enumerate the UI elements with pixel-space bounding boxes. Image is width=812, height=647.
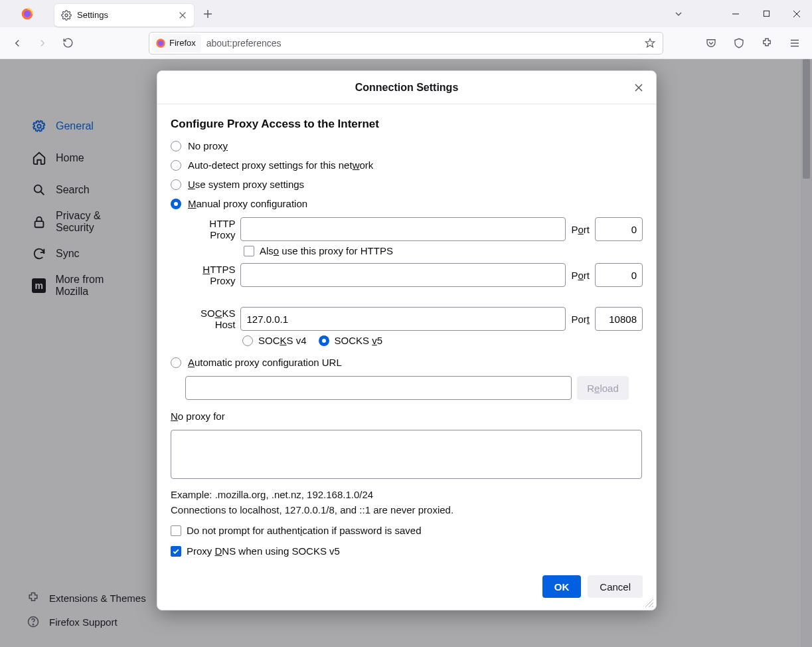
dialog-header: Connection Settings xyxy=(157,71,656,104)
https-proxy-input[interactable] xyxy=(240,263,566,287)
also-use-https-checkbox[interactable]: Also use this proxy for HTTPS xyxy=(244,245,643,256)
checkbox-icon xyxy=(171,546,181,557)
shield-icon[interactable] xyxy=(728,33,750,54)
dialog-title: Connection Settings xyxy=(355,82,459,94)
https-port-label: Port xyxy=(571,270,590,281)
socks-port-label: Port xyxy=(571,314,590,325)
http-proxy-label: HTTP Proxy xyxy=(185,218,235,240)
connection-settings-dialog: Connection Settings Configure Proxy Acce… xyxy=(157,70,657,610)
radio-socks-v5[interactable]: SOCKS v5 xyxy=(319,335,383,346)
radio-label: No proxy xyxy=(188,140,228,151)
identity-text: Firefox xyxy=(169,38,196,48)
radio-socks-v4[interactable]: SOCKS v4 xyxy=(242,335,307,346)
firefox-logo xyxy=(0,0,54,27)
socks-host-label: SOCKS Host xyxy=(185,308,235,330)
radio-system-proxy[interactable]: Use system proxy settings xyxy=(171,179,643,190)
close-icon[interactable] xyxy=(178,11,187,20)
close-icon[interactable] xyxy=(631,80,647,96)
radio-label: Automatic proxy configuration URL xyxy=(188,357,342,368)
extensions-icon[interactable] xyxy=(756,33,777,54)
menu-icon[interactable] xyxy=(784,33,805,54)
pac-url-input[interactable] xyxy=(185,376,572,400)
dialog-footer: OK Cancel xyxy=(157,566,656,610)
radio-label: Manual proxy configuration xyxy=(188,198,307,209)
socks-host-input[interactable] xyxy=(240,307,566,331)
radio-icon xyxy=(171,357,181,368)
window-minimize-button[interactable] xyxy=(720,0,751,27)
https-proxy-row: HTTPS Proxy Port xyxy=(185,263,643,287)
checkbox-label: Do not prompt for authentication if pass… xyxy=(187,525,422,536)
checkbox-icon xyxy=(171,525,181,536)
checkbox-icon xyxy=(244,246,254,256)
svg-rect-3 xyxy=(764,11,769,16)
window-maximize-button[interactable] xyxy=(751,0,781,27)
radio-label: Auto-detect proxy settings for this netw… xyxy=(188,159,373,171)
radio-auto-detect[interactable]: Auto-detect proxy settings for this netw… xyxy=(171,159,643,171)
radio-label: Use system proxy settings xyxy=(188,179,304,190)
radio-icon xyxy=(171,199,181,209)
resize-grip-icon[interactable] xyxy=(645,599,654,608)
url-text: about:preferences xyxy=(206,38,282,48)
bookmark-star-icon[interactable] xyxy=(644,37,656,49)
socks-host-row: SOCKS Host Port xyxy=(185,307,643,331)
radio-icon xyxy=(171,141,181,151)
new-tab-button[interactable] xyxy=(198,4,218,24)
no-proxy-for-textarea[interactable] xyxy=(171,430,642,479)
checkbox-label: Also use this proxy for HTTPS xyxy=(260,245,393,256)
forward-button[interactable] xyxy=(32,33,53,54)
reload-pac-button[interactable]: Reload xyxy=(577,376,629,400)
no-prompt-checkbox[interactable]: Do not prompt for authentication if pass… xyxy=(171,525,643,536)
http-port-input[interactable] xyxy=(595,217,643,241)
pocket-icon[interactable] xyxy=(700,33,722,54)
radio-icon xyxy=(171,160,181,171)
radio-label: SOCKS v5 xyxy=(335,335,383,346)
chevron-down-icon[interactable] xyxy=(663,0,694,27)
window-titlebar: Settings xyxy=(0,0,812,27)
radio-auto-config-url[interactable]: Automatic proxy configuration URL xyxy=(171,357,643,368)
tab-title: Settings xyxy=(77,10,173,20)
url-bar[interactable]: Firefox about:preferences xyxy=(149,32,663,54)
svg-point-2 xyxy=(65,14,68,17)
identity-box[interactable]: Firefox xyxy=(152,34,201,52)
reload-button[interactable] xyxy=(57,33,78,54)
example-text: Example: .mozilla.org, .net.nz, 192.168.… xyxy=(171,489,643,500)
http-proxy-row: HTTP Proxy Port xyxy=(185,217,643,241)
localhost-note: Connections to localhost, 127.0.0.1/8, a… xyxy=(171,504,643,515)
dialog-heading: Configure Proxy Access to the Internet xyxy=(171,118,643,131)
http-proxy-input[interactable] xyxy=(240,217,566,241)
checkbox-label: Proxy DNS when using SOCKS v5 xyxy=(187,545,340,557)
radio-no-proxy[interactable]: No proxy xyxy=(171,140,643,151)
radio-icon xyxy=(171,179,181,190)
back-button[interactable] xyxy=(7,33,28,54)
svg-point-5 xyxy=(158,41,163,46)
socks-port-input[interactable] xyxy=(595,307,643,331)
cancel-button[interactable]: Cancel xyxy=(588,575,643,598)
svg-point-1 xyxy=(24,11,31,17)
window-close-button[interactable] xyxy=(781,0,812,27)
radio-icon xyxy=(319,335,329,346)
ok-button[interactable]: OK xyxy=(542,575,582,598)
proxy-dns-checkbox[interactable]: Proxy DNS when using SOCKS v5 xyxy=(171,545,643,557)
https-port-input[interactable] xyxy=(595,263,643,287)
no-proxy-for-label: No proxy for xyxy=(171,411,643,422)
radio-label: SOCKS v4 xyxy=(258,335,307,346)
radio-manual-proxy[interactable]: Manual proxy configuration xyxy=(171,198,643,209)
http-port-label: Port xyxy=(571,224,590,235)
browser-toolbar: Firefox about:preferences xyxy=(0,27,812,59)
radio-icon xyxy=(242,335,253,346)
browser-tab[interactable]: Settings xyxy=(54,4,194,27)
gear-icon xyxy=(61,10,72,21)
https-proxy-label: HTTPS Proxy xyxy=(185,264,235,286)
